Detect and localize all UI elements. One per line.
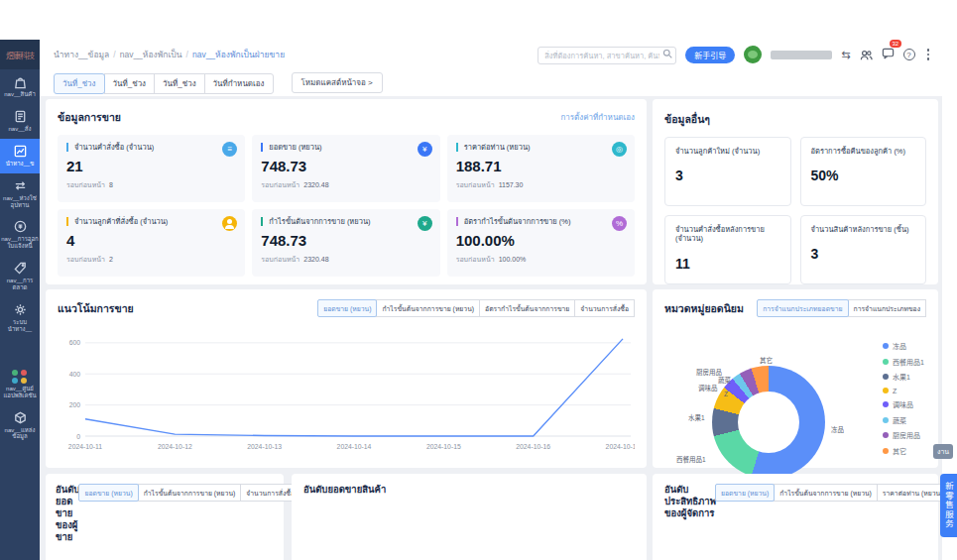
floating-task-tag[interactable]: งาน (933, 444, 953, 459)
other-card-3: จำนวนสินค้าหลังการขาย (ชิ้น)3 (800, 215, 927, 284)
legend-dot (883, 359, 889, 365)
sidebar-item-8[interactable]: nav__แหล่งข้อมูล (0, 405, 40, 447)
other-card-value: 3 (675, 168, 780, 183)
kpi-value: 21 (66, 158, 236, 174)
invoice-icon (13, 219, 28, 234)
kpi-value: 4 (66, 232, 236, 249)
category-tab-1[interactable]: การจำแนกประเภทของ (848, 299, 926, 317)
search-box (538, 45, 676, 65)
beginner-guide-button[interactable]: 新手引导 (685, 47, 735, 63)
kpi-previous: รอบก่อนหน้า1157.30 (456, 179, 626, 190)
kpi-value: 748.73 (261, 232, 430, 249)
date-tab-row: วันที่_ช่วงวันที่_ช่วงวันที่_ช่วงวันที่ก… (40, 69, 942, 96)
sidebar-item-label: nav__สินค้า (1, 91, 39, 98)
search-input[interactable] (538, 47, 676, 64)
donut-callout-label: 水果1 (688, 412, 705, 422)
kpi-label: จำนวนลูกค้าที่สั่งซื้อ (จำนวน) (66, 217, 215, 226)
legend-item-3[interactable]: Z (883, 388, 924, 394)
manager-rank-tab-0[interactable]: ยอดขาย (หยวน) (715, 484, 775, 502)
help-icon[interactable]: ? (903, 49, 915, 60)
popular-categories-panel: หมวดหมู่ยอดนิยม การจำแนกประเภทยอดขายการจ… (653, 289, 938, 468)
date-tab-0[interactable]: วันที่_ช่วง (54, 73, 105, 94)
legend-item-6[interactable]: 厨房用品 (883, 430, 924, 440)
chart-icon (13, 144, 28, 159)
legend-item-0[interactable]: 冻品 (883, 341, 924, 351)
trend-tab-3[interactable]: จำนวนการสั่งซื้อ (574, 299, 635, 317)
sidebar-item-0[interactable]: nav__สินค้า (0, 69, 40, 104)
sidebar-gap (0, 339, 40, 365)
order-icon (13, 109, 28, 124)
other-card-label: จำนวนสินค้าหลังการขาย (ชิ้น) (811, 225, 916, 234)
sidebar-item-label: nav__แหล่งข้อมูล (1, 427, 39, 441)
donut-callout-label: 冻品 (831, 424, 844, 434)
seller-rank-tab-0[interactable]: ยอดขาย (หยวน) (78, 484, 138, 502)
switch-account-icon[interactable]: ⇆ (841, 50, 850, 60)
svg-text:2024-10-17: 2024-10-17 (606, 443, 635, 450)
other-card-0: จำนวนลูกค้าใหม่ (จำนวน)3 (664, 137, 791, 206)
more-menu-icon[interactable] (924, 48, 933, 61)
customer-service-button[interactable]: 新零售服务 (940, 474, 957, 537)
legend-item-7[interactable]: 其它 (883, 446, 924, 456)
breadcrumb-segment[interactable]: นำทาง__ข้อมูล (54, 50, 109, 59)
page: 煜康科技 nav__สินค้าnav__สั่งนำทาง__ขnav__ห่… (0, 0, 957, 560)
kpi-icon: ≡ (222, 142, 237, 157)
sidebar-item-7[interactable]: nav__ศูนย์แอปพลิเคชัน (0, 365, 40, 405)
other-card-1: อัตราการซื้อคืนของลูกค้า (%)50% (800, 137, 927, 206)
kpi-icon: % (612, 216, 627, 231)
sidebar-item-label: นำทาง__ข (1, 161, 39, 168)
legend-item-5[interactable]: 蔬菜 (883, 415, 924, 425)
legend-label: 蔬菜 (893, 415, 906, 425)
trend-tab-0[interactable]: ยอดขาย (หยวน) (317, 299, 377, 317)
seller-ranking-title: อันดับยอดขายของผู้ขาย (56, 484, 79, 542)
sidebar-item-1[interactable]: nav__สั่ง (0, 104, 40, 139)
custom-settings-link[interactable]: การตั้งค่าที่กำหนดเอง (560, 111, 635, 124)
sales-data-panel: ข้อมูลการขาย การตั้งค่าที่กำหนดเอง จำนวน… (46, 99, 647, 284)
contacts-icon[interactable] (860, 49, 873, 61)
trend-tab-2[interactable]: อัตรากำไรขั้นต้นจากการขาย (479, 299, 575, 317)
category-tab-0[interactable]: การจำแนกประเภทยอดขาย (757, 299, 848, 317)
sidebar-item-3[interactable]: nav__ห่วงโซ่อุปทาน (0, 173, 40, 215)
seller-ranking-panel: อันดับยอดขายของผู้ขาย ยอดขาย (หยวน)กำไรข… (46, 474, 284, 560)
other-card-value: 11 (675, 256, 780, 272)
kpi-label: กำไรขั้นต้นจากการขาย (หยวน) (261, 217, 410, 226)
trend-panel-title: แนวโน้มการขาย (58, 300, 134, 317)
trend-tab-1[interactable]: กำไรขั้นต้นจากการขาย (หยวน) (376, 299, 480, 317)
legend-label: 水果1 (893, 372, 910, 382)
seller-rank-tab-1[interactable]: กำไรขั้นต้นจากการขาย (หยวน) (138, 484, 242, 502)
svg-text:2024-10-13: 2024-10-13 (247, 443, 282, 450)
messages-icon[interactable]: 32 (882, 46, 895, 63)
breadcrumb-segment[interactable]: nav__ห้องพักเป็น (120, 50, 182, 59)
date-tab-2[interactable]: วันที่_ช่วง (154, 73, 205, 94)
manager-rank-tab-1[interactable]: กำไรขั้นต้นจากการขาย (หยวน) (774, 484, 878, 502)
date-tab-1[interactable]: วันที่_ช่วง (104, 73, 156, 94)
legend-item-4[interactable]: 调味品 (883, 399, 924, 409)
other-card-label: จำนวนคำสั่งซื้อหลังการขาย (จำนวน) (675, 225, 780, 244)
legend-item-1[interactable]: 西餐用品1 (883, 357, 924, 367)
kpi-icon: ◎ (612, 142, 627, 157)
sidebar-item-4[interactable]: nav__การออกใบแจ้งหนี้ (0, 214, 40, 256)
svg-text:2024-10-12: 2024-10-12 (158, 443, 192, 450)
legend-dot (883, 374, 889, 380)
screen-cast-button[interactable]: โหมดแคสต์หน้าจอ > (292, 72, 383, 93)
kpi-previous: รอบก่อนหน้า2320.48 (261, 179, 430, 190)
sidebar-item-6[interactable]: ระบบนำทาง__ (0, 297, 40, 339)
other-card-2: จำนวนคำสั่งซื้อหลังการขาย (จำนวน)11 (664, 215, 791, 284)
other-card-label: จำนวนลูกค้าใหม่ (จำนวน) (675, 147, 780, 156)
legend-item-2[interactable]: 水果1 (883, 372, 924, 382)
date-tab-3[interactable]: วันที่กำหนดเอง (204, 73, 274, 94)
legend-dot (883, 343, 889, 349)
donut-callout-label: 西餐用品1 (676, 454, 706, 464)
sidebar-item-5[interactable]: nav__การตลาด (0, 256, 40, 297)
kpi-icon (222, 216, 237, 231)
category-donut-chart: 冻品西餐用品1水果1Z调味品蔬菜厨房用品其它 冻品西餐用品1水果1Z调味品蔬菜厨… (653, 325, 938, 468)
category-panel-title: หมวดหมู่ยอดนิยม (664, 300, 744, 317)
manager-rank-tab-2[interactable]: ราคาต่อท่าน (หยวน) (877, 484, 949, 502)
product-ranking-title: อันดับยอดขายสินค้า (303, 484, 386, 496)
avatar[interactable] (744, 46, 762, 63)
svg-text:2024-10-14: 2024-10-14 (337, 443, 372, 450)
kpi-previous: รอบก่อนหน้า2320.48 (261, 254, 430, 265)
other-card-value: 3 (811, 246, 916, 262)
legend-label: 厨房用品 (893, 430, 920, 440)
sidebar-item-label: nav__ห่วงโซ่อุปทาน (1, 195, 39, 209)
sidebar-item-2[interactable]: นำทาง__ข (0, 139, 40, 173)
